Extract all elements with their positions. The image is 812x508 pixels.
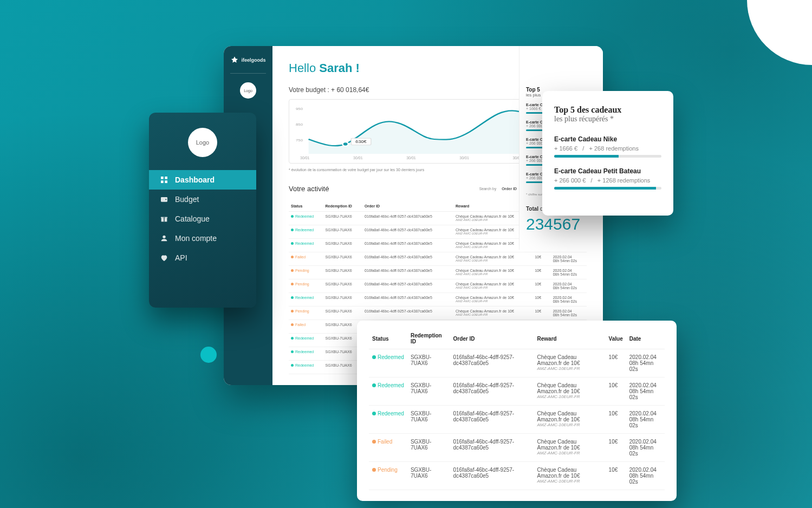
cell-rid: SGXBU-7UAX6 xyxy=(323,252,363,266)
table-header: Order ID xyxy=(362,201,453,212)
table-header: Redemption ID xyxy=(407,328,450,349)
gift-name: E-carte Cadeau Petit Bateau xyxy=(554,167,661,175)
table-row[interactable]: RedeemedSGXBU-7UAX6016fa8af-46bc-4dff-92… xyxy=(369,406,665,434)
status-dot-icon xyxy=(291,364,294,367)
table-row[interactable]: PendingSGXBU-7UAX6016fa8af-46bc-4dff-925… xyxy=(369,462,665,490)
table-row[interactable]: PendingSGXBU-7UAX6016fa8af-46bc-4dff-925… xyxy=(289,307,587,320)
table-row[interactable]: RedeemedSGXBU-7UAX6016fa8af-46bc-4dff-92… xyxy=(369,377,665,406)
cell-oid: 016fa8af-46bc-4dff-9257-dc4387ca60e5 xyxy=(450,406,534,434)
wallet-icon xyxy=(160,195,168,204)
status-pill: Failed xyxy=(291,255,306,259)
cell-reward: Chèque Cadeau Amazon.fr de 10€AMZ-AMC-10… xyxy=(534,349,606,377)
top5-title: Top 5 des cadeaux xyxy=(554,105,661,115)
cell-value: 10€ xyxy=(606,406,626,434)
cell-rid: SGXBU-7UAX6 xyxy=(407,462,450,490)
nav-budget[interactable]: Budget xyxy=(149,190,256,209)
table-header: Status xyxy=(369,328,407,349)
y-tick: 950 xyxy=(296,107,303,110)
cell-rid: SGXBU-7UAX6 xyxy=(323,212,363,225)
gift-bar-fill xyxy=(554,155,619,158)
cell-oid: 016fa8af-46bc-4dff-9257-dc4387ca60e5 xyxy=(450,434,534,462)
svg-rect-10 xyxy=(164,217,164,222)
sidebar-card: Logo Dashboard Budget Catalogue Mon comp… xyxy=(149,113,256,308)
table-header: Reward xyxy=(534,328,606,349)
cell-value: 10€ xyxy=(606,462,626,490)
svg-rect-5 xyxy=(165,180,167,183)
cell-date: 2020.02.0408h 54mn 02s xyxy=(626,462,665,490)
status-dot-icon xyxy=(291,337,294,340)
table-row[interactable]: PendingSGXBU-7UAX6016fa8af-46bc-4dff-925… xyxy=(289,279,587,293)
logo-placeholder: Logo xyxy=(188,128,217,157)
top5-subtitle: les plus récupérés * xyxy=(554,115,661,123)
nav-account[interactable]: Mon compte xyxy=(149,229,256,248)
greeting-name: Sarah ! xyxy=(319,61,360,75)
status-dot-icon xyxy=(291,215,294,218)
logo-placeholder-small: Logo xyxy=(240,82,256,99)
status-dot-icon xyxy=(372,355,376,359)
svg-rect-2 xyxy=(161,177,164,179)
cell-date: 2020.02.0408h 54mn 02s xyxy=(551,266,587,279)
cell-value: 10€ xyxy=(532,279,550,293)
cell-value: 10€ xyxy=(532,293,550,307)
status-dot-icon xyxy=(372,412,376,415)
table-row[interactable]: RedeemedSGXBU-7UAX6016fa8af-46bc-4dff-92… xyxy=(289,293,587,307)
cell-rid: SGXBU-7UAX6 xyxy=(407,349,450,377)
y-tick: 850 xyxy=(296,123,303,126)
status-dot-icon xyxy=(372,440,376,444)
cell-date: 2020.02.0408h 54mn 02s xyxy=(551,293,587,307)
cell-reward: Chèque Cadeau Amazon.fr de 10€AMZ-AMC-10… xyxy=(453,252,532,266)
search-by-value: Order ID xyxy=(502,187,517,191)
table-row[interactable]: RedeemedSGXBU-7UAX6016fa8af-46bc-4dff-92… xyxy=(369,349,665,377)
nav-dashboard[interactable]: Dashboard xyxy=(149,170,256,190)
nav-label: Budget xyxy=(175,195,199,204)
cell-reward: Chèque Cadeau Amazon.fr de 10€AMZ-AMC-10… xyxy=(534,462,606,490)
status-pill: Redeemed xyxy=(291,296,314,299)
table-header: Status xyxy=(289,201,323,212)
gift-stats: + 266 000 € / + 1268 redemptions xyxy=(554,177,661,184)
cell-oid: 016fa8af-46bc-4dff-9257-dc4387ca60e5 xyxy=(450,462,534,490)
gift-icon xyxy=(160,214,168,223)
status-dot-icon xyxy=(291,310,294,312)
cell-date: 2020.02.0408h 54mn 02s xyxy=(626,349,665,377)
status-dot-icon xyxy=(291,256,294,258)
search-by-label: Search by xyxy=(479,187,497,191)
gift-stats: + 1666 € / + 268 redemptions xyxy=(554,145,661,152)
table-row[interactable]: FailedSGXBU-7UAX6016fa8af-46bc-4dff-9257… xyxy=(289,252,587,266)
status-dot-icon xyxy=(291,296,294,299)
nav-label: Mon compte xyxy=(175,234,217,243)
status-pill: Failed xyxy=(372,439,392,445)
cell-rid: SGXBU-7UAX6 xyxy=(407,434,450,462)
cell-reward: Chèque Cadeau Amazon.fr de 10€AMZ-AMC-10… xyxy=(453,293,532,307)
cell-oid: 016fa8af-46bc-4dff-9257-dc4387ca60e5 xyxy=(362,239,453,252)
user-icon xyxy=(160,234,168,243)
brand-text: ifeelgoods xyxy=(241,57,265,63)
nav-api[interactable]: API xyxy=(149,248,256,268)
status-pill: Failed xyxy=(291,323,306,327)
cell-date: 2020.02.0408h 54mn 02s xyxy=(626,406,665,434)
greeting-prefix: Hello xyxy=(289,61,319,75)
cell-value: 10€ xyxy=(532,266,550,279)
status-pill: Redeemed xyxy=(291,336,314,340)
total-value: 234567 xyxy=(526,215,596,233)
cell-reward: Chèque Cadeau Amazon.fr de 10€AMZ-AMC-10… xyxy=(534,434,606,462)
heart-icon xyxy=(160,253,168,262)
cell-date: 2020.02.0408h 54mn 02s xyxy=(626,377,665,406)
status-pill: Redeemed xyxy=(291,228,314,232)
nav-label: Catalogue xyxy=(175,214,210,223)
nav-catalogue[interactable]: Catalogue xyxy=(149,209,256,229)
cell-value: 10€ xyxy=(532,252,550,266)
status-pill: Redeemed xyxy=(291,242,314,245)
table-row[interactable]: FailedSGXBU-7UAX6016fa8af-46bc-4dff-9257… xyxy=(369,434,665,462)
cell-oid: 016fa8af-46bc-4dff-9257-dc4387ca60e5 xyxy=(362,279,453,293)
status-pill: Redeemed xyxy=(291,363,314,367)
nav-label: Dashboard xyxy=(175,175,215,184)
cell-oid: 016fa8af-46bc-4dff-9257-dc4387ca60e5 xyxy=(450,349,534,377)
table-header: Redemption ID xyxy=(323,201,363,212)
gift-item: E-carte Cadeau Petit Bateau+ 266 000 € /… xyxy=(554,167,661,190)
table-row[interactable]: PendingSGXBU-7UAX6016fa8af-46bc-4dff-925… xyxy=(289,266,587,279)
decorative-dot xyxy=(200,347,217,363)
svg-point-11 xyxy=(163,236,165,238)
status-pill: Redeemed xyxy=(372,382,404,388)
status-pill: Pending xyxy=(291,269,309,272)
cell-value: 10€ xyxy=(532,307,550,320)
